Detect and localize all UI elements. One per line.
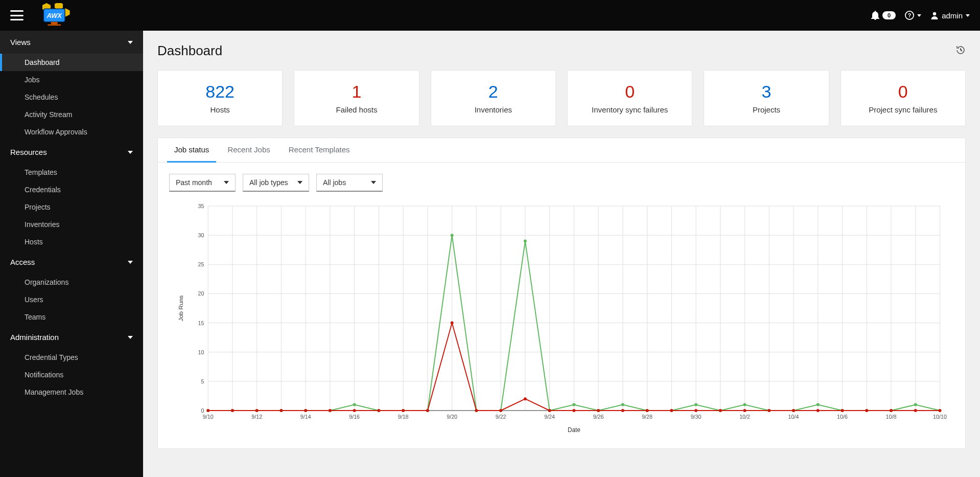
svg-point-135 xyxy=(890,409,893,412)
sidebar-item-management-jobs[interactable]: Management Jobs xyxy=(0,383,143,401)
svg-text:25: 25 xyxy=(198,261,204,267)
svg-text:?: ? xyxy=(908,12,912,18)
svg-text:5: 5 xyxy=(201,378,204,384)
sidebar-item-workflow-approvals[interactable]: Workflow Approvals xyxy=(0,123,143,141)
user-menu[interactable]: admin xyxy=(930,11,970,20)
help-menu[interactable]: ? xyxy=(905,11,921,20)
sidebar-item-inventories[interactable]: Inventories xyxy=(0,216,143,233)
question-icon: ? xyxy=(905,11,914,20)
summary-card-failed-hosts[interactable]: 1 Failed hosts xyxy=(294,70,419,126)
svg-text:10: 10 xyxy=(198,349,204,355)
svg-point-123 xyxy=(597,409,600,412)
svg-point-129 xyxy=(743,409,746,412)
summary-card-hosts[interactable]: 822 Hosts xyxy=(157,70,283,126)
svg-text:10/6: 10/6 xyxy=(837,414,848,420)
job-type-select[interactable]: All job types xyxy=(243,174,309,192)
summary-card-inventory-sync-failures[interactable]: 0 Inventory sync failures xyxy=(567,70,692,126)
svg-point-116 xyxy=(426,409,429,412)
summary-card-inventories[interactable]: 2 Inventories xyxy=(431,70,556,126)
card-value: 0 xyxy=(625,83,635,100)
svg-point-113 xyxy=(353,409,356,412)
sidebar-item-jobs[interactable]: Jobs xyxy=(0,71,143,88)
svg-text:9/26: 9/26 xyxy=(593,414,604,420)
card-label: Inventory sync failures xyxy=(592,105,668,114)
svg-text:Date: Date xyxy=(568,426,580,434)
nav-section-administration[interactable]: Administration xyxy=(0,326,143,349)
svg-point-91 xyxy=(572,403,575,406)
sidebar-item-activity-stream[interactable]: Activity Stream xyxy=(0,106,143,123)
tab-job-status[interactable]: Job status xyxy=(167,138,216,163)
user-icon xyxy=(930,11,939,19)
page-header: Dashboard xyxy=(157,43,966,59)
card-label: Project sync failures xyxy=(869,105,937,114)
sidebar-item-teams[interactable]: Teams xyxy=(0,308,143,326)
svg-point-133 xyxy=(841,409,844,412)
notifications-button[interactable]: 0 xyxy=(871,11,896,20)
period-select[interactable]: Past month xyxy=(169,174,236,192)
sidebar-item-organizations[interactable]: Organizations xyxy=(0,274,143,291)
sidebar-item-schedules[interactable]: Schedules xyxy=(0,88,143,106)
topbar: AWX 0 ? admin xyxy=(0,0,980,31)
svg-point-137 xyxy=(939,409,942,412)
nav-section-access[interactable]: Access xyxy=(0,251,143,274)
sidebar-item-credential-types[interactable]: Credential Types xyxy=(0,349,143,366)
svg-point-111 xyxy=(304,409,307,412)
sidebar-item-hosts[interactable]: Hosts xyxy=(0,233,143,251)
svg-point-101 xyxy=(816,403,820,406)
svg-point-120 xyxy=(524,397,527,400)
sidebar-item-dashboard[interactable]: Dashboard xyxy=(0,54,143,71)
sidebar-item-credentials[interactable]: Credentials xyxy=(0,181,143,198)
main-content: Dashboard 822 Hosts1 Failed hosts2 Inven… xyxy=(143,31,980,477)
sidebar-item-notifications[interactable]: Notifications xyxy=(0,366,143,383)
svg-text:9/24: 9/24 xyxy=(544,414,555,420)
notification-count-badge: 0 xyxy=(882,11,896,19)
chevron-down-icon xyxy=(917,14,921,17)
job-status-select[interactable]: All jobs xyxy=(316,174,383,192)
svg-text:10/10: 10/10 xyxy=(933,414,947,420)
tab-recent-templates[interactable]: Recent Templates xyxy=(282,138,357,162)
svg-point-134 xyxy=(865,409,868,412)
svg-point-86 xyxy=(451,234,454,237)
menu-toggle-button[interactable] xyxy=(10,10,24,20)
svg-point-89 xyxy=(524,240,527,243)
svg-text:AWX: AWX xyxy=(46,12,63,19)
svg-text:9/10: 9/10 xyxy=(203,414,214,420)
summary-card-projects[interactable]: 3 Projects xyxy=(704,70,829,126)
nav-section-views[interactable]: Views xyxy=(0,31,143,54)
history-icon[interactable] xyxy=(955,45,966,57)
summary-card-project-sync-failures[interactable]: 0 Project sync failures xyxy=(841,70,966,126)
svg-point-114 xyxy=(377,409,380,412)
tab-recent-jobs[interactable]: Recent Jobs xyxy=(220,138,277,162)
sidebar[interactable]: ViewsDashboardJobsSchedulesActivity Stre… xyxy=(0,31,143,477)
topbar-left: AWX xyxy=(10,3,78,28)
sidebar-item-templates[interactable]: Templates xyxy=(0,164,143,181)
card-label: Projects xyxy=(753,105,780,114)
sidebar-item-projects[interactable]: Projects xyxy=(0,198,143,216)
svg-text:9/18: 9/18 xyxy=(398,414,409,420)
summary-cards: 822 Hosts1 Failed hosts2 Inventories0 In… xyxy=(157,70,966,126)
svg-point-105 xyxy=(914,403,917,406)
svg-point-130 xyxy=(767,409,771,412)
card-label: Hosts xyxy=(210,105,229,114)
svg-point-107 xyxy=(206,409,209,412)
awx-logo[interactable]: AWX xyxy=(36,3,78,28)
sidebar-item-users[interactable]: Users xyxy=(0,291,143,308)
card-value: 2 xyxy=(488,83,498,100)
svg-text:15: 15 xyxy=(198,320,204,326)
svg-point-131 xyxy=(792,409,795,412)
svg-point-124 xyxy=(621,409,624,412)
svg-point-109 xyxy=(255,409,259,412)
bell-icon xyxy=(871,11,879,20)
svg-point-132 xyxy=(816,409,820,412)
card-value: 822 xyxy=(205,83,235,100)
svg-text:20: 20 xyxy=(198,290,204,297)
svg-point-98 xyxy=(743,403,746,406)
svg-text:10/4: 10/4 xyxy=(788,414,799,420)
job-status-panel: Job statusRecent JobsRecent Templates Pa… xyxy=(157,138,966,449)
nav-section-resources[interactable]: Resources xyxy=(0,141,143,164)
card-label: Inventories xyxy=(475,105,512,114)
svg-point-128 xyxy=(719,409,722,412)
svg-rect-4 xyxy=(51,22,58,25)
chevron-down-icon xyxy=(128,336,133,339)
job-status-chart: 051015202530359/109/129/149/169/189/209/… xyxy=(158,197,965,448)
